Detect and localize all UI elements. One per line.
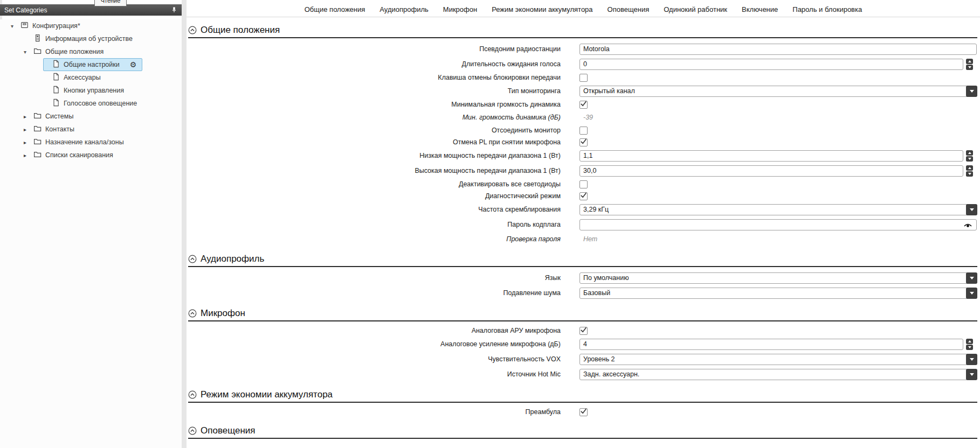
dropdown[interactable]: Задн. аксессуарн.: [579, 369, 977, 380]
dropdown[interactable]: 3,29 кГц: [579, 204, 977, 215]
tree-expander-icon[interactable]: ▸: [24, 152, 33, 158]
text-input-value: Motorola: [583, 45, 610, 53]
dropdown-button[interactable]: [966, 86, 977, 97]
tree-node[interactable]: Назначение канала/зоны: [33, 136, 129, 149]
tree-item[interactable]: Аксессуары: [0, 71, 182, 84]
nav-tab[interactable]: Общие положения: [305, 5, 365, 13]
section-collapse-button[interactable]: [188, 255, 197, 263]
field-row: Отсоединить монитор: [188, 124, 977, 136]
application-window: Чтение Set Categories ▾Конфигурация*Инфо…: [0, 0, 980, 448]
spinner-input[interactable]: 0: [579, 59, 963, 70]
tree-item[interactable]: ▸Назначение канала/зоны: [0, 136, 182, 149]
tree-node[interactable]: Конфигурация*: [20, 19, 86, 32]
field-row: Клавиша отмены блокировки передачи: [188, 72, 977, 83]
reading-tab[interactable]: Чтение: [94, 0, 127, 6]
nav-tab[interactable]: Микрофон: [443, 5, 477, 13]
nav-tab[interactable]: Включение: [742, 5, 778, 13]
checkbox[interactable]: [579, 101, 588, 109]
tree-item[interactable]: Информация об устройстве: [0, 32, 182, 45]
checkbox[interactable]: [579, 127, 588, 135]
tree-item[interactable]: Кнопки управления: [0, 84, 182, 97]
nav-tab[interactable]: Оповещения: [608, 5, 650, 13]
dropdown-value: Задн. аксессуарн.: [583, 370, 639, 378]
dropdown-button[interactable]: [966, 369, 977, 380]
tree-expander-icon[interactable]: ▾: [24, 49, 33, 55]
tree-expander-icon[interactable]: ▸: [24, 127, 33, 132]
tree-item[interactable]: ▸Списки сканирования: [0, 149, 182, 162]
checkbox[interactable]: [579, 192, 588, 200]
chevron-down-icon: [968, 66, 971, 68]
spinner-input-value: 0: [583, 60, 587, 68]
password-input[interactable]: [579, 219, 977, 230]
tree-node[interactable]: Кнопки управления: [52, 84, 129, 97]
dropdown-button[interactable]: [966, 272, 977, 284]
dropdown-button[interactable]: [966, 288, 977, 299]
dropdown-button[interactable]: [966, 204, 977, 215]
tree-item[interactable]: ▸Контакты: [0, 123, 182, 136]
field-row: ЯзыкПо умолчанию: [188, 270, 977, 285]
text-input[interactable]: Motorola: [579, 44, 977, 55]
tree-node[interactable]: Аксессуары: [52, 71, 106, 84]
checkbox[interactable]: [579, 180, 588, 188]
spinner-up-button[interactable]: [966, 59, 973, 64]
section-collapse-button[interactable]: [188, 426, 197, 435]
nav-tab[interactable]: Аудиопрофиль: [379, 5, 429, 13]
tree-node[interactable]: Системы: [33, 110, 79, 123]
tree-node[interactable]: Списки сканирования: [33, 149, 119, 162]
tree-expander-icon[interactable]: ▸: [24, 114, 33, 120]
tree-item[interactable]: Общие настройки⚙: [0, 58, 182, 71]
checkbox[interactable]: [579, 408, 588, 416]
spinner-input[interactable]: 4: [579, 339, 963, 350]
tree-expander-icon[interactable]: ▸: [24, 139, 33, 145]
dropdown[interactable]: По умолчанию: [579, 272, 977, 284]
section-collapse-button[interactable]: [188, 26, 197, 34]
tree-node[interactable]: Контакты: [33, 123, 80, 136]
reveal-password-eye-icon[interactable]: [963, 222, 972, 230]
nav-tab[interactable]: Одинокий работник: [664, 5, 727, 13]
tree-expander-icon[interactable]: ▾: [11, 23, 20, 29]
tree-node[interactable]: Общие настройки⚙: [43, 58, 142, 71]
spinner-down-button[interactable]: [966, 171, 973, 177]
section-header: Режим экономии аккумулятора: [188, 388, 977, 401]
tree-node[interactable]: Общие положения: [33, 45, 109, 58]
spinner-down-button[interactable]: [966, 345, 973, 350]
check-icon: [580, 137, 587, 147]
spinner-input[interactable]: 1,1: [579, 150, 963, 162]
section-title: Общие положения: [201, 25, 280, 36]
spinner-up-button[interactable]: [966, 339, 973, 344]
dropdown[interactable]: Уровень 2: [579, 354, 977, 365]
nav-tab[interactable]: Режим экономии аккумулятора: [492, 5, 592, 13]
dropdown[interactable]: Базовый: [579, 288, 977, 299]
checkbox[interactable]: [579, 138, 588, 146]
spinner-input[interactable]: 30,0: [579, 165, 963, 177]
spinner-down-button[interactable]: [966, 65, 973, 70]
field-control: [579, 127, 588, 135]
tree-item[interactable]: ▾Конфигурация*: [0, 19, 182, 32]
tree-item-label: Системы: [45, 113, 73, 120]
spinner-up-button[interactable]: [966, 150, 973, 156]
section-collapse-button[interactable]: [188, 390, 197, 399]
gear-icon[interactable]: ⚙: [130, 61, 137, 68]
section-collapse-button[interactable]: [188, 309, 197, 318]
field-label: Чувствительность VOX: [188, 355, 561, 363]
tree-item[interactable]: ▾Общие положения: [0, 45, 182, 58]
tree-node[interactable]: Голосовое оповещение: [52, 97, 142, 110]
chevron-up-icon: [968, 340, 971, 342]
pin-icon[interactable]: [171, 6, 177, 13]
field-label: Тип мониторинга: [188, 87, 561, 95]
dropdown[interactable]: Открытый канал: [579, 86, 977, 97]
field-label: Высокая мощность передачи диапазона 1 (В…: [188, 167, 561, 174]
field-control: -39: [579, 114, 593, 121]
spinner-up-button[interactable]: [966, 165, 973, 171]
checkbox[interactable]: [579, 74, 588, 82]
nav-tab[interactable]: Пароль и блокировка: [792, 5, 862, 13]
checkbox[interactable]: [579, 327, 588, 335]
spinner-down-button[interactable]: [966, 156, 973, 162]
dropdown-button[interactable]: [966, 354, 977, 365]
chevron-down-icon: [970, 90, 974, 93]
tree-item[interactable]: ▸Системы: [0, 110, 182, 123]
panel-splitter[interactable]: [182, 0, 187, 448]
chevron-down-icon: [970, 358, 974, 361]
tree-node[interactable]: Информация об устройстве: [33, 32, 138, 45]
tree-item[interactable]: Голосовое оповещение: [0, 97, 182, 110]
